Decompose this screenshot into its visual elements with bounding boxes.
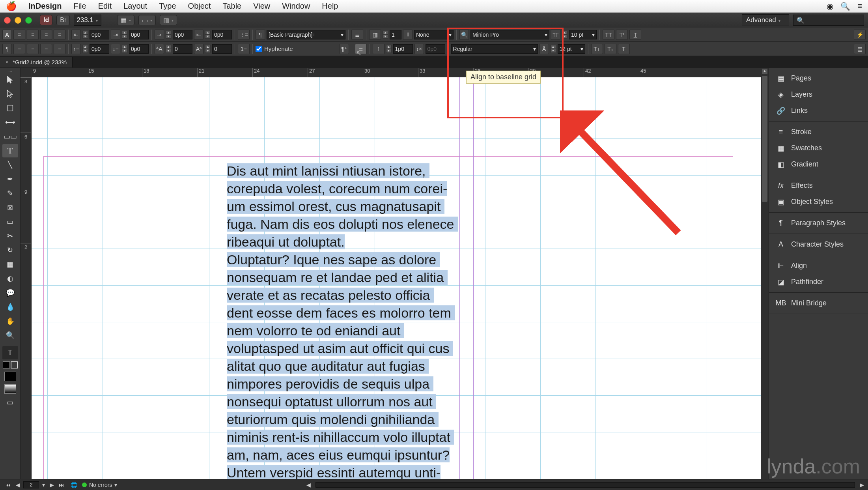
underline-icon[interactable]: T: [629, 30, 641, 40]
window-maximize-button[interactable]: [25, 17, 32, 24]
scroll-up-icon[interactable]: ▲: [762, 69, 767, 74]
arrange-button[interactable]: ▥: [160, 15, 177, 25]
preflight-dropdown-icon[interactable]: ▾: [114, 482, 117, 488]
screen-mode-button[interactable]: ▭: [138, 15, 156, 25]
hyphenate-checkbox[interactable]: Hyphenate: [256, 45, 293, 52]
last-page-icon[interactable]: ⏭: [57, 482, 66, 488]
strikethrough-icon[interactable]: T: [618, 44, 630, 54]
indent-right-input[interactable]: [129, 30, 149, 39]
panel-links[interactable]: 🔗Links: [769, 103, 868, 119]
page-number-input[interactable]: [23, 481, 39, 488]
panel-layers[interactable]: ◈Layers: [769, 86, 868, 103]
content-collector-tool[interactable]: ▭▭: [2, 130, 18, 143]
panel-mini-bridge[interactable]: MBMini Bridge: [769, 295, 868, 311]
align-to-baseline-grid-button[interactable]: ≣ ↖: [355, 44, 367, 54]
page-tool[interactable]: [2, 101, 18, 115]
selection-tool[interactable]: [2, 73, 18, 86]
view-options-button[interactable]: ▦: [117, 15, 134, 25]
scroll-thumb[interactable]: [762, 76, 767, 202]
eyedropper-tool[interactable]: 💧: [2, 300, 18, 314]
screen-mode-tool[interactable]: ▭: [2, 396, 18, 409]
line-tool[interactable]: ╲: [2, 158, 18, 172]
horizontal-ruler[interactable]: 91518 212427 303336 394245: [32, 68, 761, 77]
columns-stepper[interactable]: ▲▼: [383, 31, 388, 39]
default-stroke-icon[interactable]: [11, 361, 18, 368]
close-tab-icon[interactable]: ×: [6, 59, 9, 65]
justify-left-icon[interactable]: ≡: [13, 44, 25, 54]
page-dropdown-icon[interactable]: ▾: [41, 482, 47, 488]
window-minimize-button[interactable]: [15, 17, 21, 24]
menu-file[interactable]: File: [73, 2, 86, 11]
preflight-status[interactable]: No errors ▾: [82, 482, 117, 488]
next-page-icon[interactable]: ▶: [48, 482, 56, 488]
indent-left-stepper[interactable]: ▲▼: [82, 31, 88, 39]
default-fill-icon[interactable]: [3, 361, 10, 368]
spotlight-icon[interactable]: 🔍: [840, 2, 850, 11]
subscript-icon[interactable]: T₁: [605, 44, 616, 54]
menu-object[interactable]: Object: [188, 2, 211, 11]
text-frame[interactable]: Dis aut mint lanissi ntiusan istore, cor…: [227, 162, 459, 479]
small-caps-icon[interactable]: Tᴛ: [591, 44, 603, 54]
menu-type[interactable]: Type: [159, 2, 176, 11]
last-line-stepper[interactable]: ▲▼: [205, 31, 211, 39]
quick-apply-icon[interactable]: ⚡: [854, 30, 866, 40]
rectangle-tool[interactable]: ▭: [2, 215, 18, 228]
space-before-stepper[interactable]: ▲▼: [82, 45, 88, 53]
panel-stroke[interactable]: ≡Stroke: [769, 124, 868, 140]
all-caps-icon[interactable]: TT: [603, 30, 614, 40]
status-scroll-left-icon[interactable]: ◀: [306, 482, 311, 488]
numbering-icon[interactable]: 1≡: [238, 44, 250, 54]
menu-window[interactable]: Window: [282, 2, 310, 11]
pencil-tool[interactable]: ✎: [2, 187, 18, 200]
gutter-input[interactable]: [393, 44, 413, 54]
open-file-icon[interactable]: 🌐: [71, 482, 77, 488]
panel-align[interactable]: ⊩Align: [769, 258, 868, 274]
gradient-swatch-tool[interactable]: ▦: [2, 258, 18, 271]
space-after-stepper[interactable]: ▲▼: [122, 45, 127, 53]
clear-overrides-icon[interactable]: ¶⁺: [340, 44, 349, 54]
page-navigator[interactable]: ⏮ ◀ ▾ ▶ ⏭: [4, 481, 66, 488]
panel-menu-icon[interactable]: ▤: [854, 44, 866, 54]
menu-view[interactable]: View: [253, 2, 270, 11]
align-justify-icon[interactable]: ≡: [54, 30, 65, 40]
cc-icon[interactable]: ◉: [827, 2, 833, 11]
indent-left-input[interactable]: [90, 30, 109, 39]
first-line-input[interactable]: [173, 30, 192, 39]
justify-center-icon[interactable]: ≡: [27, 44, 39, 54]
first-line-stepper[interactable]: ▲▼: [166, 31, 171, 39]
align-center-icon[interactable]: ≡: [27, 30, 39, 40]
panel-gradient[interactable]: ◧Gradient: [769, 156, 868, 172]
drop-cap-lines-stepper[interactable]: ▲▼: [166, 45, 171, 53]
panel-swatches[interactable]: ▦Swatches: [769, 140, 868, 156]
panel-paragraph-styles[interactable]: ¶Paragraph Styles: [769, 215, 868, 231]
first-page-icon[interactable]: ⏮: [4, 482, 13, 488]
ruler-origin[interactable]: [21, 68, 32, 77]
prev-page-icon[interactable]: ◀: [14, 482, 22, 488]
document-tab[interactable]: × *Grid2.indd @ 233%: [0, 57, 73, 67]
gap-tool[interactable]: ⟷: [2, 116, 18, 129]
panel-character-styles[interactable]: ACharacter Styles: [769, 236, 868, 252]
horizontal-scrollbar[interactable]: [315, 482, 855, 488]
paragraph-style-dropdown[interactable]: [Basic Paragraph]+▾: [267, 30, 345, 39]
justify-right-icon[interactable]: ≡: [40, 44, 52, 54]
space-after-input[interactable]: [129, 44, 149, 54]
indent-right-stepper[interactable]: ▲▼: [122, 31, 127, 39]
apple-icon[interactable]: 🍎: [6, 1, 17, 11]
toolbox-grip[interactable]: ⋯: [0, 69, 20, 73]
vertical-ruler[interactable]: 3692: [21, 77, 32, 479]
workspace-dropdown[interactable]: Advanced: [742, 14, 789, 26]
bridge-button[interactable]: Br: [56, 15, 70, 25]
paragraph-mode-button[interactable]: ¶: [2, 44, 12, 54]
fill-stroke-swap[interactable]: T: [2, 346, 18, 359]
character-mode-button[interactable]: A: [2, 30, 12, 40]
window-close-button[interactable]: [4, 17, 11, 24]
app-name[interactable]: InDesign: [28, 2, 62, 11]
menu-help[interactable]: Help: [322, 2, 338, 11]
columns-input[interactable]: [390, 30, 401, 39]
body-text[interactable]: Dis aut mint lanissi ntiusan istore, cor…: [227, 163, 458, 479]
drop-cap-chars-stepper[interactable]: ▲▼: [205, 45, 211, 53]
apply-color-button[interactable]: [4, 372, 16, 381]
direct-selection-tool[interactable]: [2, 87, 18, 101]
drop-cap-chars-input[interactable]: [212, 44, 232, 54]
bullets-icon[interactable]: ⋮≡: [238, 30, 250, 40]
